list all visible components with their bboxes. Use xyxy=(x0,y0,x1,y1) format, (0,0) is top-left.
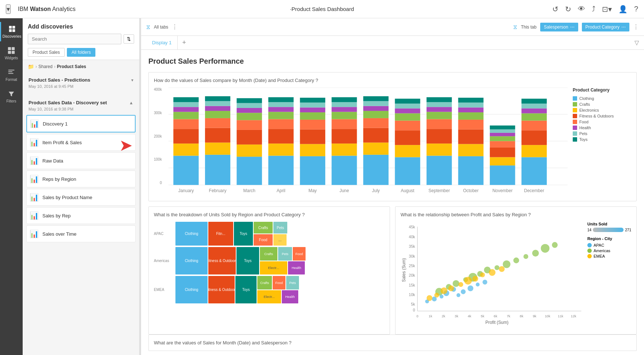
svg-rect-3 xyxy=(12,29,15,32)
display-icon[interactable]: ⊡▾ xyxy=(602,5,612,14)
treemap-cell[interactable]: ... xyxy=(273,234,287,246)
tab-all-folders[interactable]: All folders xyxy=(67,48,96,57)
svg-rect-21 xyxy=(173,107,198,112)
svg-rect-94 xyxy=(427,102,452,107)
sort-button[interactable]: ⇅ xyxy=(124,34,134,44)
sidebar-label-filters: Filters xyxy=(6,99,16,103)
discovery-item-profit-sales[interactable]: 📊 Item Profit & Sales xyxy=(26,134,136,151)
discovery-item-sales-by-rep[interactable]: 📊 Sales by Rep xyxy=(26,207,136,224)
toolbar-right-dots[interactable]: ⋮ xyxy=(633,23,639,30)
svg-text:35k: 35k xyxy=(409,244,416,248)
y-tick: 300k xyxy=(154,111,162,115)
chart4-card: What are the values of Sales for Month (… xyxy=(148,335,637,351)
treemap-cell[interactable]: Toys xyxy=(236,247,259,274)
svg-rect-97 xyxy=(458,156,483,185)
sidebar-item-filters[interactable]: Filters xyxy=(0,87,23,106)
treemap-cell[interactable]: Clothing xyxy=(175,247,208,274)
treemap-cell[interactable]: Toys xyxy=(234,222,253,246)
treemap-cell[interactable]: Crafts xyxy=(257,276,272,289)
treemap-cell[interactable]: Clothing xyxy=(175,276,208,303)
svg-rect-41 xyxy=(236,98,262,103)
svg-rect-47 xyxy=(268,112,293,119)
svg-rect-58 xyxy=(300,102,325,107)
toolbar-more-dots[interactable]: ⋮ xyxy=(172,23,178,30)
sidebar-item-discoveries[interactable]: Discoveries xyxy=(0,22,23,41)
treemap-cell[interactable]: Health xyxy=(288,261,305,274)
treemap-cell[interactable]: Toys xyxy=(235,276,257,303)
help-icon[interactable]: ? xyxy=(634,5,638,13)
svg-point-172 xyxy=(523,254,528,259)
discovery-item-raw-data[interactable]: 📊 Raw Data xyxy=(26,152,136,169)
legend-title: Product Category xyxy=(573,87,631,93)
svg-rect-99 xyxy=(458,130,483,144)
treemap-cell[interactable]: Health xyxy=(282,290,298,303)
svg-rect-72 xyxy=(363,128,389,143)
treemap-cell[interactable]: Fitn... xyxy=(208,222,233,246)
view-icon[interactable]: 👁 xyxy=(578,5,585,13)
chart2-title: What is the breakdown of Units Sold by R… xyxy=(154,212,384,217)
treemap-cell[interactable]: Pets xyxy=(273,222,287,233)
discovery-item-reps-by-region[interactable]: 📊 Reps by Region xyxy=(26,171,136,187)
treemap-cell[interactable]: Electr... xyxy=(260,261,287,274)
treemap-cells-americas: Clothing Fitness & Outdoors Toys Crafts … xyxy=(175,247,384,274)
chip-dots[interactable]: ⋯ xyxy=(570,25,575,30)
svg-rect-81 xyxy=(395,130,420,145)
svg-rect-93 xyxy=(427,107,452,112)
share-icon[interactable]: ⤴ xyxy=(592,5,595,13)
treemap-cell[interactable]: Clothing xyxy=(175,222,208,246)
treemap-cell[interactable]: Pets xyxy=(286,276,299,289)
svg-text:November: November xyxy=(492,188,512,193)
tab-display1[interactable]: Display 1 xyxy=(146,36,178,50)
collapse-button[interactable]: ▾ xyxy=(6,4,11,14)
chip-dots[interactable]: ⋯ xyxy=(621,25,626,30)
item-label: Discovery 1 xyxy=(43,121,68,127)
svg-rect-59 xyxy=(300,98,325,102)
treemap-cell[interactable]: Fitness & Outdoors xyxy=(208,247,236,274)
salesperson-chip[interactable]: Salesperson ⋯ xyxy=(540,23,578,31)
chevron-up-icon: ▲ xyxy=(129,100,133,105)
dashboard-title: ·Product Sales Dashboard xyxy=(290,6,354,12)
header-icons: ↺ ↻ 👁 ⤴ ⊡▾ 👤 ? xyxy=(552,5,638,14)
svg-text:August: August xyxy=(401,188,414,193)
treemap-cell[interactable]: Crafts xyxy=(260,247,277,261)
svg-rect-40 xyxy=(236,103,262,108)
tab-product-sales[interactable]: Product Sales xyxy=(28,48,65,57)
chart-icon: 📊 xyxy=(30,193,39,202)
user-icon[interactable]: 👤 xyxy=(618,5,628,14)
sidebar-item-format[interactable]: Format xyxy=(0,65,23,85)
treemap-cell[interactable]: Food xyxy=(293,247,306,261)
undo-icon[interactable]: ↺ xyxy=(552,5,558,14)
treemap-cell[interactable]: Pets xyxy=(278,247,292,261)
discovery-item-discovery1[interactable]: 📊 Discovery 1 xyxy=(26,115,136,132)
breadcrumb-shared[interactable]: Shared xyxy=(38,64,53,69)
svg-rect-108 xyxy=(490,147,515,157)
discovery-group-dataset-header[interactable]: Product Sales Data - Discovery set May 1… xyxy=(26,96,136,115)
discovery-group-predictions-header[interactable]: Product Sales - Predictions May 10, 2016… xyxy=(26,73,136,92)
treemap-cell[interactable]: Fitness & Outdoors xyxy=(208,276,235,303)
tab-filter-button[interactable]: ▽ xyxy=(634,39,639,46)
legend-emea: EMEA xyxy=(587,254,631,258)
treemap-cell[interactable]: Electr... xyxy=(257,290,281,303)
tab-add-button[interactable]: + xyxy=(178,36,190,50)
treemap-cell[interactable]: Food xyxy=(254,234,273,246)
discovery-item-sales-over-time[interactable]: 📊 Sales over Time xyxy=(26,225,136,242)
treemap-cell[interactable]: Crafts xyxy=(254,222,273,233)
svg-text:0: 0 xyxy=(417,314,418,318)
svg-point-181 xyxy=(464,277,472,284)
svg-point-171 xyxy=(514,258,519,264)
product-category-chip[interactable]: Product Category ⋯ xyxy=(582,23,629,31)
search-input[interactable] xyxy=(28,34,121,44)
slider-track[interactable] xyxy=(593,228,624,232)
chart-icon: 📊 xyxy=(30,156,39,165)
svg-point-175 xyxy=(552,242,558,248)
treemap-label-apac: APAC xyxy=(154,232,174,236)
sidebar-item-widgets[interactable]: Widgets xyxy=(0,44,23,63)
scatter-container: 45k 40k 35k 30k 25k 20k 15k 10k 5k 0 xyxy=(401,222,631,329)
svg-text:10k: 10k xyxy=(545,314,550,318)
svg-rect-65 xyxy=(332,112,357,119)
redo-icon[interactable]: ↻ xyxy=(565,5,571,14)
svg-rect-61 xyxy=(332,156,357,185)
treemap-cell[interactable]: Food xyxy=(273,276,285,289)
discovery-item-sales-by-product[interactable]: 📊 Sales by Product Name xyxy=(26,189,136,206)
svg-rect-34 xyxy=(236,157,262,185)
